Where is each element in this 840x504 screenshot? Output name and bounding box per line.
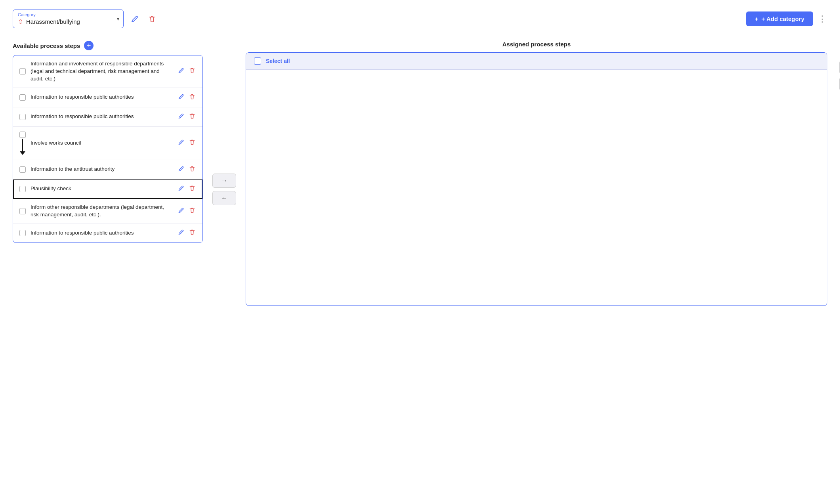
- trash-icon: [189, 94, 195, 100]
- category-field-label: Category: [18, 12, 109, 17]
- pencil-icon: [178, 113, 184, 119]
- step-3-edit-button[interactable]: [177, 112, 185, 122]
- trash-icon: [189, 139, 195, 145]
- add-category-label: + Add category: [762, 15, 804, 22]
- select-all-checkbox[interactable]: [254, 57, 261, 65]
- step-2-actions: [177, 93, 196, 102]
- step-checkbox-4[interactable]: [19, 132, 26, 138]
- step-item: Inform other responsible departments (le…: [13, 199, 202, 224]
- select-all-row: Select all: [246, 53, 827, 70]
- arrow-annotation: [20, 139, 25, 155]
- step-text-7: Inform other responsible departments (le…: [31, 204, 172, 219]
- category-select[interactable]: Category ⇧ Harassment/bullying ▾: [13, 10, 124, 28]
- step-8-edit-button[interactable]: [177, 228, 185, 238]
- step-6-delete-button[interactable]: [188, 184, 196, 194]
- step-text-2: Information to responsible public author…: [31, 94, 172, 101]
- trash-icon: [189, 67, 195, 74]
- available-panel: Available process steps + Information an…: [13, 41, 203, 243]
- category-icon: ⇧: [18, 18, 23, 25]
- category-value-display: ⇧ Harassment/bullying: [18, 18, 109, 25]
- trash-icon: [189, 166, 195, 172]
- trash-icon: [189, 113, 195, 119]
- step-4-delete-button[interactable]: [188, 138, 196, 148]
- trash-icon: [189, 229, 195, 235]
- step-3-delete-button[interactable]: [188, 112, 196, 122]
- add-category-button[interactable]: + + Add category: [746, 11, 813, 26]
- step-1-delete-button[interactable]: [188, 67, 196, 76]
- assigned-panel: Assigned process steps Select all ↑ ↓: [246, 41, 827, 306]
- category-selected-value: Harassment/bullying: [26, 18, 80, 25]
- step-5-edit-button[interactable]: [177, 165, 185, 174]
- step-4-actions: [177, 138, 196, 148]
- available-panel-title: Available process steps: [13, 42, 80, 49]
- step-checkbox-6[interactable]: [19, 186, 26, 192]
- step-1-actions: [177, 67, 196, 76]
- step-checkbox-5[interactable]: [19, 166, 26, 173]
- step-8-actions: [177, 228, 196, 238]
- step-5-delete-button[interactable]: [188, 165, 196, 174]
- step-4-edit-button[interactable]: [177, 138, 185, 148]
- select-all-label: Select all: [266, 58, 290, 64]
- add-category-plus-icon: +: [755, 15, 758, 22]
- step-2-delete-button[interactable]: [188, 93, 196, 102]
- assigned-panel-title: Assigned process steps: [246, 41, 827, 48]
- step-7-delete-button[interactable]: [188, 206, 196, 216]
- transfer-buttons: → ←: [212, 174, 236, 205]
- steps-list: Information and involvement of responsib…: [13, 55, 202, 242]
- step-item: Information to responsible public author…: [13, 88, 202, 107]
- arrow-head-icon: [20, 151, 25, 155]
- step-8-delete-button[interactable]: [188, 228, 196, 238]
- step-item: Information to responsible public author…: [13, 107, 202, 127]
- step-item-highlighted: Plausibility check: [13, 179, 202, 199]
- step-text-6: Plausibility check: [31, 185, 172, 193]
- main-layout: Available process steps + Information an…: [13, 41, 827, 306]
- step-text-1: Information and involvement of responsib…: [31, 60, 172, 83]
- assigned-steps-container: Select all: [246, 52, 827, 306]
- pencil-icon: [178, 166, 184, 172]
- step-checkbox-1[interactable]: [19, 68, 26, 74]
- step-2-edit-button[interactable]: [177, 93, 185, 102]
- arrow-line: [22, 139, 23, 151]
- step-1-edit-button[interactable]: [177, 67, 185, 76]
- delete-category-button[interactable]: [146, 13, 158, 25]
- step-text-5: Information to the antitrust authority: [31, 166, 172, 173]
- step-text-3: Information to responsible public author…: [31, 113, 172, 120]
- step-7-actions: [177, 206, 196, 216]
- transfer-left-button[interactable]: ←: [212, 191, 236, 205]
- available-panel-header: Available process steps +: [13, 41, 203, 50]
- add-step-button[interactable]: +: [84, 41, 94, 50]
- top-bar: Category ⇧ Harassment/bullying ▾ + + Add…: [13, 10, 827, 28]
- pencil-icon: [178, 139, 184, 145]
- step-item: Involve works council: [13, 127, 202, 160]
- step-text-4: Involve works council: [31, 139, 172, 147]
- pencil-icon: [178, 207, 184, 214]
- assigned-empty-area: [246, 70, 827, 292]
- pencil-icon: [178, 94, 184, 100]
- step-checkbox-2[interactable]: [19, 94, 26, 101]
- step-item: Information and involvement of responsib…: [13, 55, 202, 88]
- step-item: Information to responsible public author…: [13, 223, 202, 242]
- step-checkbox-3[interactable]: [19, 114, 26, 120]
- step-3-actions: [177, 112, 196, 122]
- available-steps-container: Information and involvement of responsib…: [13, 55, 203, 243]
- edit-category-button[interactable]: [128, 13, 141, 25]
- chevron-down-icon: ▾: [117, 16, 119, 22]
- step-checkbox-7[interactable]: [19, 208, 26, 214]
- step-item: Information to the antitrust authority: [13, 160, 202, 179]
- transfer-right-button[interactable]: →: [212, 174, 236, 188]
- step-6-edit-button[interactable]: [177, 184, 185, 194]
- step-5-actions: [177, 165, 196, 174]
- more-options-button[interactable]: ⋮: [818, 14, 827, 24]
- trash-icon: [148, 15, 156, 23]
- trash-icon: [189, 185, 195, 191]
- trash-icon: [189, 207, 195, 214]
- pencil-icon: [178, 229, 184, 235]
- pencil-icon: [131, 15, 139, 23]
- pencil-icon: [178, 67, 184, 74]
- step-checkbox-8[interactable]: [19, 230, 26, 236]
- pencil-icon: [178, 185, 184, 191]
- step-6-actions: [177, 184, 196, 194]
- step-7-edit-button[interactable]: [177, 206, 185, 216]
- step-text-8: Information to responsible public author…: [31, 229, 172, 237]
